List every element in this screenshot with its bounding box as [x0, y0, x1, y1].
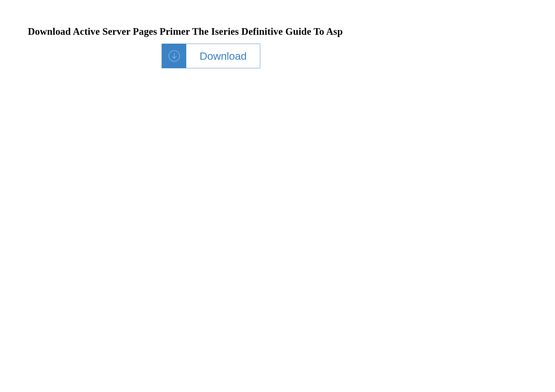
download-button[interactable]: Download: [162, 44, 260, 68]
download-circle-icon: [168, 50, 180, 62]
page-title: Download Active Server Pages Primer The …: [28, 26, 343, 37]
download-button-label: Download: [186, 44, 260, 68]
download-icon-box: [162, 44, 186, 68]
